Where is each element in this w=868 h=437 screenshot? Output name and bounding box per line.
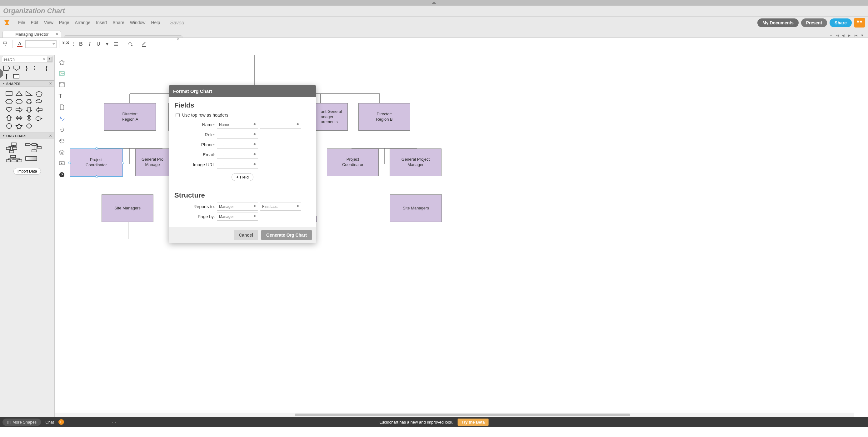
my-documents-button[interactable]: My Documents bbox=[757, 19, 799, 27]
chart-node[interactable]: General Pro Manage bbox=[135, 148, 170, 176]
page-icon[interactable] bbox=[59, 104, 65, 110]
shape-note-icon[interactable] bbox=[32, 65, 41, 71]
shape-arrow-lr-icon[interactable] bbox=[15, 114, 23, 121]
cancel-button[interactable]: Cancel bbox=[234, 230, 258, 240]
history-icon[interactable] bbox=[59, 126, 65, 133]
menu-share[interactable]: Share bbox=[113, 20, 124, 26]
shape-hexagon-icon[interactable] bbox=[5, 98, 13, 105]
help-icon[interactable]: ? bbox=[59, 172, 65, 178]
close-icon[interactable]: ✕ bbox=[49, 134, 52, 138]
font-family-select[interactable] bbox=[25, 40, 57, 48]
shape-pentagon2-icon[interactable] bbox=[35, 90, 43, 97]
shape-star-icon[interactable] bbox=[15, 122, 23, 129]
role-select[interactable]: ---- bbox=[217, 131, 258, 139]
page-by-select[interactable]: Manager bbox=[217, 212, 258, 221]
chat-label[interactable]: Chat bbox=[45, 420, 54, 425]
prev-page-icon[interactable]: ◀ bbox=[842, 33, 846, 37]
shape-brace-icon[interactable]: } bbox=[23, 65, 31, 71]
shape-shield-icon[interactable] bbox=[12, 65, 21, 71]
shape-heart-icon[interactable] bbox=[5, 106, 13, 113]
shape-callout-icon[interactable] bbox=[35, 114, 43, 121]
menu-page[interactable]: Page bbox=[59, 20, 69, 26]
shape-triangle-icon[interactable] bbox=[15, 90, 23, 97]
email-select[interactable]: ---- bbox=[217, 151, 258, 159]
line-color-icon[interactable] bbox=[141, 41, 147, 47]
shape-bracket-icon[interactable]: [ bbox=[2, 73, 11, 80]
menu-view[interactable]: View bbox=[44, 20, 54, 26]
orgchart-tree2-icon[interactable] bbox=[24, 142, 42, 153]
shape-rtriangle-icon[interactable] bbox=[25, 90, 33, 97]
paint-format-icon[interactable] bbox=[2, 41, 9, 47]
align-icon[interactable] bbox=[113, 41, 119, 47]
chart-node[interactable]: Director: Region A bbox=[104, 103, 156, 131]
shape-arrow-u-icon[interactable] bbox=[5, 114, 13, 121]
chat-user-avatar[interactable]: L bbox=[58, 419, 64, 425]
shape-cross-icon[interactable] bbox=[25, 98, 33, 105]
shape-arrow-l-icon[interactable] bbox=[35, 106, 43, 113]
menu-insert[interactable]: Insert bbox=[96, 20, 107, 26]
menu-window[interactable]: Window bbox=[130, 20, 146, 26]
try-beta-button[interactable]: Try the Beta bbox=[458, 418, 488, 426]
menu-edit[interactable]: Edit bbox=[31, 20, 38, 26]
menu-help[interactable]: Help bbox=[151, 20, 160, 26]
close-icon[interactable]: ✕ bbox=[49, 82, 52, 86]
close-icon[interactable]: ✕ bbox=[177, 36, 180, 41]
ruler-icon[interactable] bbox=[59, 82, 65, 88]
chart-node[interactable]: Project Coordinator bbox=[327, 148, 379, 176]
orgchart-tree1-icon[interactable] bbox=[5, 142, 23, 153]
import-data-button[interactable]: Import Data bbox=[13, 168, 41, 175]
menu-file[interactable]: File bbox=[18, 20, 25, 26]
shape-diamond-icon[interactable] bbox=[25, 122, 33, 129]
horizontal-scrollbar[interactable] bbox=[55, 413, 854, 417]
orgchart-section-header[interactable]: ▼ ORG CHART ✕ bbox=[0, 133, 54, 139]
shape-swatch-icon[interactable] bbox=[12, 73, 21, 80]
document-title[interactable]: Organization Chart bbox=[3, 7, 65, 15]
shape-octagon-icon[interactable] bbox=[15, 98, 23, 105]
font-color-icon[interactable]: A bbox=[17, 41, 23, 47]
share-button[interactable]: Share bbox=[830, 19, 852, 27]
shape-arrow-r-icon[interactable] bbox=[15, 106, 23, 113]
shape-circle-icon[interactable] bbox=[5, 122, 13, 129]
shapes-section-header[interactable]: ▼ SHAPES ✕ bbox=[0, 80, 54, 87]
image-icon[interactable] bbox=[59, 70, 65, 77]
spellcheck-icon[interactable]: A bbox=[59, 115, 65, 122]
chart-node[interactable]: Site Managers bbox=[390, 195, 442, 222]
name-select[interactable]: Name bbox=[217, 121, 258, 129]
shape-cloud-icon[interactable] bbox=[35, 98, 43, 105]
orgchart-single-icon[interactable] bbox=[24, 155, 38, 162]
page-tab-1[interactable]: Managing Director ✕ bbox=[2, 31, 61, 37]
present-icon[interactable] bbox=[59, 161, 65, 167]
name-format-select[interactable]: ---- bbox=[260, 121, 301, 129]
app-logo-icon[interactable] bbox=[3, 19, 11, 27]
orgchart-tree3-icon[interactable] bbox=[5, 155, 23, 166]
add-field-button[interactable]: +Field bbox=[231, 173, 253, 181]
phone-select[interactable]: ---- bbox=[217, 141, 258, 149]
search-dropdown-icon[interactable]: ▾ bbox=[47, 57, 52, 62]
shape-arrow-ud-icon[interactable] bbox=[25, 114, 33, 121]
layers-icon[interactable] bbox=[59, 149, 65, 155]
page-tab-2[interactable]: ✕ bbox=[64, 35, 183, 37]
chart-node[interactable]: ant General anager: urements bbox=[315, 103, 348, 131]
chart-node[interactable]: Director: Region B bbox=[359, 103, 410, 131]
menu-arrange[interactable]: Arrange bbox=[75, 20, 90, 26]
next-page-icon[interactable]: ▶ bbox=[848, 33, 852, 37]
page-dropdown-icon[interactable]: ▼ bbox=[861, 33, 865, 37]
shape-rect-icon[interactable] bbox=[5, 90, 13, 97]
shape-pentagon-icon[interactable] bbox=[2, 65, 11, 71]
underline-icon[interactable]: U bbox=[95, 41, 101, 47]
chat-expand-icon[interactable]: ▭ bbox=[112, 420, 116, 425]
clear-search-icon[interactable]: ✕ bbox=[43, 57, 45, 61]
image-select[interactable]: ---- bbox=[217, 161, 258, 169]
font-size-input[interactable]: 8 pt▴▾ bbox=[59, 40, 75, 48]
cube-icon[interactable] bbox=[59, 138, 65, 144]
shape-arrow-d-icon[interactable] bbox=[25, 106, 33, 113]
reports-to-select[interactable]: Manager bbox=[217, 203, 258, 211]
navigate-icon[interactable] bbox=[59, 59, 65, 65]
chart-node[interactable]: General Project Manager bbox=[390, 148, 441, 176]
generate-button[interactable]: Generate Org Chart bbox=[261, 230, 312, 240]
more-shapes-button[interactable]: ◫ More Shapes bbox=[2, 418, 41, 426]
fill-icon[interactable] bbox=[127, 41, 133, 47]
add-page-icon[interactable]: ＋ bbox=[829, 33, 834, 37]
close-icon[interactable]: ✕ bbox=[55, 32, 58, 36]
shape-brace2-icon[interactable]: { bbox=[42, 65, 51, 71]
